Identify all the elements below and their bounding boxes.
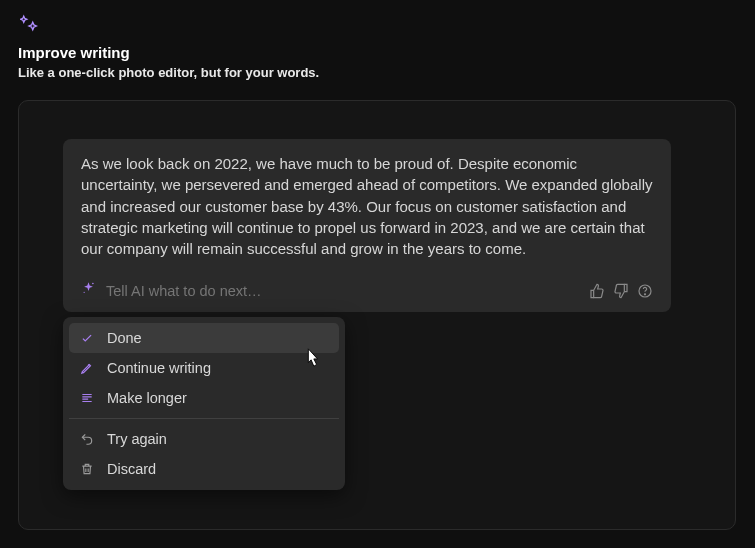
content-panel: As we look back on 2022, we have much to… <box>18 100 736 530</box>
magic-icon <box>20 14 38 36</box>
svg-point-3 <box>644 294 645 295</box>
menu-item-label: Continue writing <box>107 360 211 376</box>
help-icon[interactable] <box>637 283 653 299</box>
pencil-icon <box>79 361 95 375</box>
undo-icon <box>79 432 95 446</box>
page-subtitle: Like a one-click photo editor, but for y… <box>18 65 319 80</box>
ai-output-text: As we look back on 2022, we have much to… <box>81 153 653 259</box>
svg-point-1 <box>84 292 85 293</box>
trash-icon <box>79 462 95 476</box>
menu-item-try-again[interactable]: Try again <box>69 424 339 454</box>
menu-item-label: Discard <box>107 461 156 477</box>
sparkle-icon <box>81 281 96 300</box>
menu-item-done[interactable]: Done <box>69 323 339 353</box>
menu-separator <box>69 418 339 419</box>
ai-prompt-input[interactable] <box>106 283 579 299</box>
menu-item-discard[interactable]: Discard <box>69 454 339 484</box>
ai-output-block: As we look back on 2022, we have much to… <box>63 139 671 312</box>
thumbs-down-icon[interactable] <box>613 283 629 299</box>
menu-item-continue-writing[interactable]: Continue writing <box>69 353 339 383</box>
thumbs-up-icon[interactable] <box>589 283 605 299</box>
svg-point-0 <box>92 283 94 285</box>
menu-item-label: Try again <box>107 431 167 447</box>
page-title: Improve writing <box>18 44 319 61</box>
menu-item-label: Make longer <box>107 390 187 406</box>
ai-action-menu: Done Continue writing Make longer Try ag… <box>63 317 345 490</box>
check-icon <box>79 331 95 345</box>
menu-item-make-longer[interactable]: Make longer <box>69 383 339 413</box>
lines-icon <box>79 391 95 405</box>
menu-item-label: Done <box>107 330 142 346</box>
